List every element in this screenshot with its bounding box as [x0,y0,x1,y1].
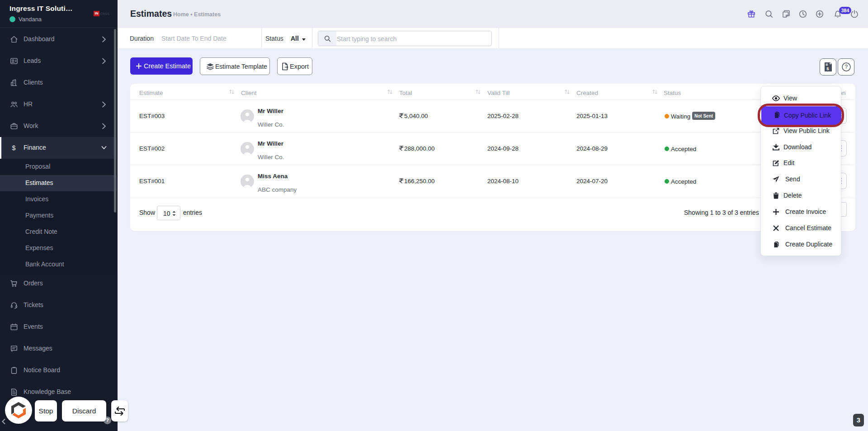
svg-text:$: $ [826,66,829,71]
svg-text:$: $ [12,144,16,152]
svg-text:?: ? [845,64,848,70]
